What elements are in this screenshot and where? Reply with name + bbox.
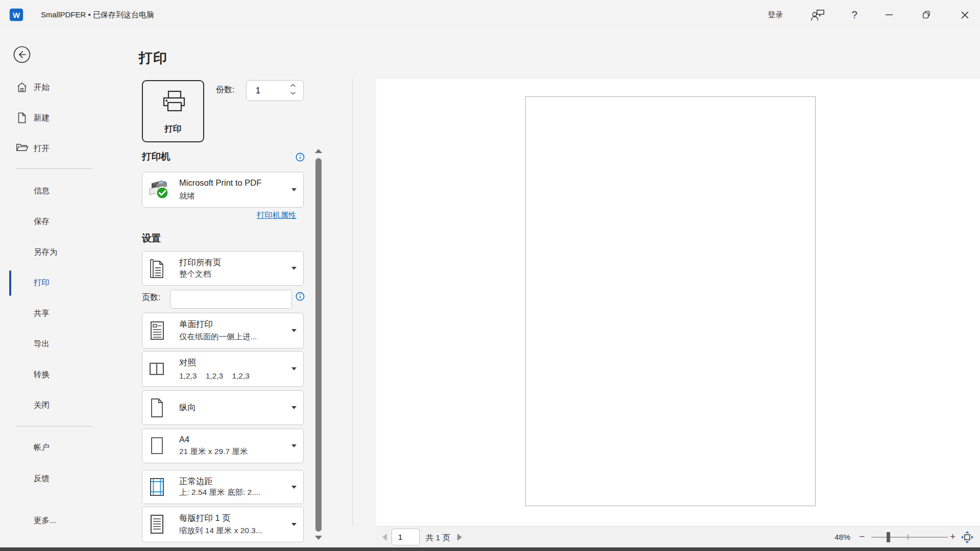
open-folder-icon xyxy=(16,142,28,155)
zoom-slider-tick xyxy=(908,535,909,540)
copies-input[interactable] xyxy=(248,82,288,99)
sidebar-item-account[interactable]: 帐户 xyxy=(0,436,108,459)
sidebar-item-export[interactable]: 导出 xyxy=(0,333,108,355)
dropdown-title: 对照 xyxy=(179,357,196,368)
print-range-select[interactable]: 打印所有页 整个文档 xyxy=(142,251,304,286)
dropdown-subtitle: 仅在纸面的一侧上进... xyxy=(179,332,257,342)
back-button[interactable] xyxy=(13,45,31,64)
one-sided-icon xyxy=(146,319,167,342)
print-panel: 打印 打印 份数: 打印机 Microsoft Print to PDF 就绪 … xyxy=(108,30,376,551)
sidebar-item-new[interactable]: 新建 xyxy=(0,106,108,130)
duplex-select[interactable]: 单面打印 仅在纸面的一侧上进... xyxy=(142,313,304,348)
zoom-slider-thumb[interactable] xyxy=(887,532,890,542)
print-button[interactable]: 打印 xyxy=(142,80,204,142)
sidebar-item-label: 导出 xyxy=(34,339,50,349)
dropdown-subtitle: 上: 2.54 厘米 底部: 2.... xyxy=(179,487,260,498)
status-bar: 共 1 页 48% − + xyxy=(376,526,980,547)
sidebar-item-label: 帐户 xyxy=(34,442,50,453)
pages-input[interactable] xyxy=(170,290,292,309)
pages-label: 页数: xyxy=(142,292,160,303)
printer-section-header: 打印机 xyxy=(142,150,170,163)
svg-text:W: W xyxy=(13,11,20,19)
settings-section-header: 设置 xyxy=(142,232,161,244)
pages-info-icon[interactable] xyxy=(296,292,305,301)
zoom-slider-track[interactable] xyxy=(871,537,948,538)
chevron-down-icon xyxy=(291,367,297,370)
orientation-select[interactable]: 纵向 xyxy=(142,390,304,425)
current-page-input[interactable] xyxy=(391,529,420,545)
dropdown-subtitle: 缩放到 14 厘米 x 20.3... xyxy=(179,525,262,536)
dropdown-subtitle: 1,2,3 1,2,3 1,2,3 xyxy=(179,371,250,381)
chevron-down-icon xyxy=(291,486,297,489)
document-page-preview xyxy=(525,96,816,506)
close-icon[interactable] xyxy=(954,0,975,30)
panel-divider xyxy=(352,79,353,526)
sidebar-item-close-doc[interactable]: 关闭 xyxy=(0,394,108,416)
printer-select[interactable]: Microsoft Print to PDF 就绪 xyxy=(142,172,304,208)
margins-icon xyxy=(146,475,167,499)
spin-down-icon[interactable] xyxy=(290,91,297,97)
pages-per-sheet-icon xyxy=(146,513,167,536)
dropdown-subtitle: 21 厘米 x 29.7 厘米 xyxy=(179,446,248,457)
previous-page-icon[interactable] xyxy=(381,533,387,541)
collate-icon xyxy=(146,357,167,381)
zoom-out-button[interactable]: − xyxy=(859,531,865,542)
dropdown-title: 纵向 xyxy=(179,402,196,413)
restore-window-icon[interactable] xyxy=(916,0,937,30)
help-icon[interactable]: ? xyxy=(844,0,865,30)
chevron-down-icon xyxy=(291,188,297,191)
sidebar-item-label: 另存为 xyxy=(34,247,58,258)
title-bar: W SmallPDFER • 已保存到这台电脑 登录 ? xyxy=(0,0,980,30)
spin-up-icon[interactable] xyxy=(290,84,297,90)
zoom-level-label: 48% xyxy=(835,533,850,542)
sidebar-item-home[interactable]: 开始 xyxy=(0,75,108,99)
dropdown-title: 每版打印 1 页 xyxy=(179,513,231,524)
printer-name: Microsoft Print to PDF xyxy=(179,178,261,188)
zoom-in-button[interactable]: + xyxy=(950,531,955,542)
dropdown-subtitle: 整个文档 xyxy=(179,269,211,280)
sidebar-divider xyxy=(16,168,92,169)
print-button-label: 打印 xyxy=(143,123,203,135)
sidebar-item-transform[interactable]: 转换 xyxy=(0,363,108,386)
feedback-icon[interactable] xyxy=(807,0,828,30)
scrollbar-down-icon[interactable] xyxy=(315,536,322,540)
sidebar-item-label: 转换 xyxy=(34,369,50,380)
print-all-pages-icon xyxy=(146,257,167,280)
dropdown-title: A4 xyxy=(179,435,189,444)
pages-per-sheet-select[interactable]: 每版打印 1 页 缩放到 14 厘米 x 20.3... xyxy=(142,507,304,542)
sidebar-item-share[interactable]: 共享 xyxy=(0,302,108,324)
copies-label: 份数: xyxy=(216,85,234,95)
settings-scrollbar-thumb[interactable] xyxy=(315,158,322,532)
copies-stepper[interactable] xyxy=(246,80,304,101)
sidebar-item-saveas[interactable]: 另存为 xyxy=(0,241,108,263)
printer-properties-link[interactable]: 打印机属性 xyxy=(257,210,297,221)
minimize-icon[interactable] xyxy=(879,0,899,30)
window-title: SmallPDFER • 已保存到这台电脑 xyxy=(41,0,154,30)
sidebar-item-label: 开始 xyxy=(34,82,50,93)
backstage-sidebar: 开始 新建 打开 信息 保存 另存为 打印 共享 导出 转换 关闭 帐户 反馈 … xyxy=(0,30,108,551)
sidebar-item-more[interactable]: 更多... xyxy=(0,509,108,532)
sidebar-item-info[interactable]: 信息 xyxy=(0,180,108,202)
next-page-icon[interactable] xyxy=(457,533,463,541)
margins-select[interactable]: 正常边距 上: 2.54 厘米 底部: 2.... xyxy=(142,470,304,504)
sidebar-item-print[interactable]: 打印 xyxy=(0,271,108,294)
sidebar-item-label: 打印 xyxy=(34,278,50,288)
portrait-icon xyxy=(146,396,167,419)
chevron-down-icon xyxy=(291,329,297,332)
sidebar-item-label: 信息 xyxy=(34,186,50,196)
printer-ready-icon xyxy=(146,179,171,201)
fit-to-page-icon[interactable] xyxy=(961,531,973,543)
page-title: 打印 xyxy=(139,49,167,67)
collation-select[interactable]: 对照 1,2,3 1,2,3 1,2,3 xyxy=(142,351,304,387)
chevron-down-icon xyxy=(291,406,297,409)
selected-indicator xyxy=(9,270,11,296)
sidebar-item-open[interactable]: 打开 xyxy=(0,136,108,161)
sign-in-button[interactable]: 登录 xyxy=(768,0,783,30)
scrollbar-up-icon[interactable] xyxy=(315,149,322,153)
printer-info-icon[interactable] xyxy=(296,153,305,162)
sidebar-item-feedback[interactable]: 反馈 xyxy=(0,467,108,490)
paper-size-select[interactable]: A4 21 厘米 x 29.7 厘米 xyxy=(142,429,304,463)
dropdown-title: 正常边距 xyxy=(179,476,213,487)
sidebar-item-save[interactable]: 保存 xyxy=(0,210,108,233)
paper-size-icon xyxy=(146,434,167,458)
